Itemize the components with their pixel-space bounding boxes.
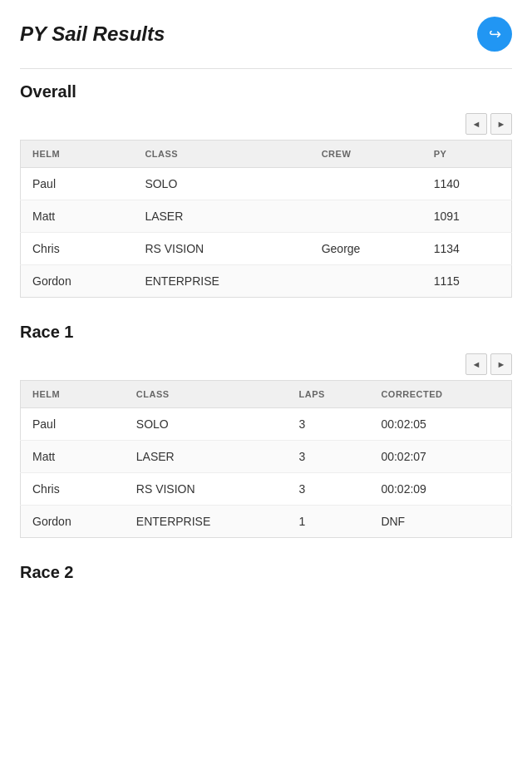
helm-cell: Chris bbox=[21, 473, 125, 506]
overall-next-button[interactable]: ► bbox=[490, 113, 512, 135]
class-cell: RS VISION bbox=[133, 233, 309, 265]
helm-cell: Gordon bbox=[21, 265, 134, 298]
race1-col-class: CLASS bbox=[125, 381, 288, 408]
table-row: Paul SOLO 1140 bbox=[21, 168, 512, 200]
helm-cell: Matt bbox=[21, 200, 134, 233]
helm-cell: Paul bbox=[21, 408, 125, 441]
race1-next-button[interactable]: ► bbox=[490, 353, 512, 375]
class-cell: RS VISION bbox=[125, 473, 288, 506]
helm-cell: Matt bbox=[21, 441, 125, 473]
helm-cell: Gordon bbox=[21, 506, 125, 538]
page-title: PY Sail Results bbox=[20, 22, 165, 46]
crew-cell bbox=[310, 200, 422, 233]
table-row: Chris RS VISION 3 00:02:09 bbox=[21, 473, 512, 506]
py-cell: 1140 bbox=[422, 168, 512, 200]
race1-col-helm: HELM bbox=[21, 381, 125, 408]
py-cell: 1134 bbox=[422, 233, 512, 265]
class-cell: ENTERPRISE bbox=[125, 506, 288, 538]
race1-prev-button[interactable]: ◄ bbox=[466, 353, 487, 375]
page-header: PY Sail Results ↪ bbox=[20, 17, 512, 52]
helm-cell: Paul bbox=[21, 168, 134, 200]
laps-cell: 3 bbox=[288, 441, 370, 473]
corrected-cell: 00:02:07 bbox=[369, 441, 511, 473]
table-row: Chris RS VISION George 1134 bbox=[21, 233, 512, 265]
overall-section-title: Overall bbox=[20, 82, 512, 101]
crew-cell bbox=[310, 168, 422, 200]
table-row: Matt LASER 3 00:02:07 bbox=[21, 441, 512, 473]
overall-table-header-row: HELM CLASS CREW PY bbox=[21, 141, 512, 168]
crew-cell: George bbox=[310, 233, 422, 265]
py-cell: 1091 bbox=[422, 200, 512, 233]
crew-cell bbox=[310, 265, 422, 298]
race1-table: HELM CLASS LAPS CORRECTED Paul SOLO 3 00… bbox=[20, 380, 512, 538]
overall-col-py: PY bbox=[422, 141, 512, 168]
corrected-cell: 00:02:09 bbox=[369, 473, 511, 506]
corrected-cell: 00:02:05 bbox=[369, 408, 511, 441]
race1-section: Race 1 ◄ ► HELM CLASS LAPS CORRECTED Pau… bbox=[20, 323, 512, 538]
helm-cell: Chris bbox=[21, 233, 134, 265]
class-cell: SOLO bbox=[125, 408, 288, 441]
table-row: Gordon ENTERPRISE 1115 bbox=[21, 265, 512, 298]
overall-section: Overall ◄ ► HELM CLASS CREW PY Paul SOLO… bbox=[20, 82, 512, 298]
header-divider bbox=[20, 68, 512, 69]
race1-table-nav: ◄ ► bbox=[20, 353, 512, 375]
overall-col-crew: CREW bbox=[310, 141, 422, 168]
overall-col-helm: HELM bbox=[21, 141, 134, 168]
laps-cell: 1 bbox=[288, 506, 370, 538]
class-cell: SOLO bbox=[133, 168, 309, 200]
race2-section: Race 2 bbox=[20, 563, 512, 582]
laps-cell: 3 bbox=[288, 473, 370, 506]
table-row: Gordon ENTERPRISE 1 DNF bbox=[21, 506, 512, 538]
overall-table-nav: ◄ ► bbox=[20, 113, 512, 135]
class-cell: LASER bbox=[133, 200, 309, 233]
py-cell: 1115 bbox=[422, 265, 512, 298]
class-cell: LASER bbox=[125, 441, 288, 473]
race1-col-corrected: CORRECTED bbox=[369, 381, 511, 408]
race1-section-title: Race 1 bbox=[20, 323, 512, 342]
race1-col-laps: LAPS bbox=[288, 381, 370, 408]
overall-prev-button[interactable]: ◄ bbox=[466, 113, 487, 135]
table-row: Matt LASER 1091 bbox=[21, 200, 512, 233]
overall-col-class: CLASS bbox=[133, 141, 309, 168]
class-cell: ENTERPRISE bbox=[133, 265, 309, 298]
laps-cell: 3 bbox=[288, 408, 370, 441]
overall-table: HELM CLASS CREW PY Paul SOLO 1140 Matt L… bbox=[20, 140, 512, 298]
race1-table-header-row: HELM CLASS LAPS CORRECTED bbox=[21, 381, 512, 408]
table-row: Paul SOLO 3 00:02:05 bbox=[21, 408, 512, 441]
corrected-cell: DNF bbox=[369, 506, 511, 538]
race2-section-title: Race 2 bbox=[20, 563, 512, 582]
share-button[interactable]: ↪ bbox=[477, 17, 512, 52]
